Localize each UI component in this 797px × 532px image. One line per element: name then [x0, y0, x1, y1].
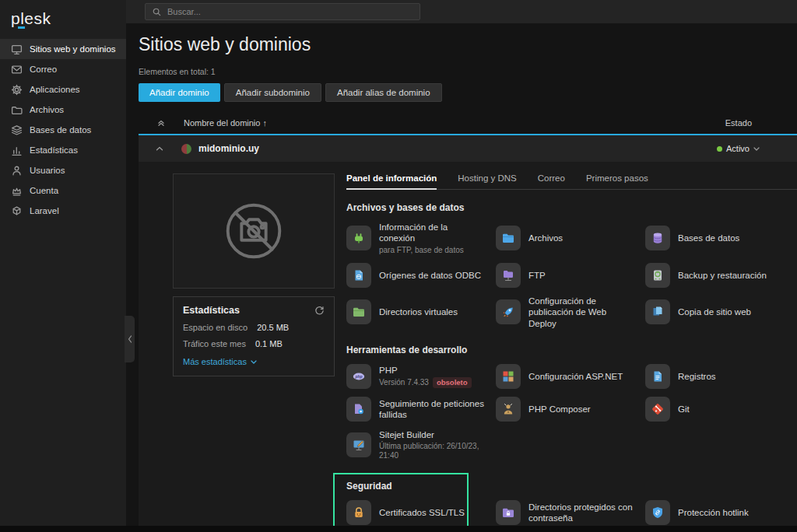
domain-status-dropdown[interactable]: Activo — [717, 144, 760, 153]
tool-php[interactable]: php PHP Versión 7.4.33 obsoleto — [346, 364, 496, 389]
sidebar-collapse-handle[interactable] — [125, 316, 135, 362]
tool-site-copy[interactable]: Copia de sitio web — [645, 296, 797, 329]
topbar — [126, 0, 797, 23]
section-security: Seguridad Certificados SSL/TLS Directori… — [346, 481, 797, 525]
document-tracking-icon — [346, 397, 371, 422]
tool-logs[interactable]: Registros — [645, 364, 797, 389]
sidebar-item-files[interactable]: Archivos — [0, 100, 126, 120]
section-dev-tools-title: Herramientas de desarrollo — [346, 345, 797, 355]
tool-ftp[interactable]: FTP — [496, 263, 645, 288]
domain-card-body: Estadísticas Espacio en disco 20.5 MB Tr… — [139, 162, 797, 532]
chevron-down-icon — [251, 360, 257, 364]
tab-correo[interactable]: Correo — [538, 173, 565, 183]
tool-git[interactable]: Git — [645, 397, 797, 422]
section-security-title: Seguridad — [346, 481, 797, 492]
files-databases-grid: Información de la conexión para FTP, bas… — [346, 222, 797, 329]
tool-odbc[interactable]: Orígenes de datos ODBC — [346, 263, 496, 288]
domain-name-column-header[interactable]: Nombre del dominio ↑ — [184, 118, 267, 128]
tool-hotlink-protection[interactable]: Protección hotlink — [645, 500, 797, 525]
tool-files[interactable]: Archivos — [496, 222, 645, 255]
domain-favicon — [181, 144, 191, 154]
tool-failed-requests[interactable]: Seguimiento de peticiones fallidas — [346, 397, 496, 422]
sidebar-item-label: Correo — [30, 65, 57, 74]
folder-lock-icon — [496, 500, 521, 525]
page-title: Sitios web y dominios — [139, 34, 797, 55]
statistics-card: Estadísticas Espacio en disco 20.5 MB Tr… — [173, 296, 335, 376]
tool-databases[interactable]: Bases de datos — [645, 222, 797, 255]
panel-tabs: Panel de información Hosting y DNS Corre… — [346, 173, 797, 190]
sidebar-item-users[interactable]: Usuarios — [0, 160, 126, 180]
search-box[interactable] — [145, 3, 420, 20]
sidebar-item-label: Laravel — [30, 206, 59, 215]
bottom-strip — [0, 526, 797, 532]
stats-row-disk: Espacio en disco 20.5 MB — [183, 323, 325, 332]
sidebar-item-applications[interactable]: Aplicaciones — [0, 79, 126, 100]
sidebar-nav: Sitios web y dominios Correo Aplicacione… — [0, 39, 126, 221]
plesk-logo-accent — [18, 26, 25, 29]
no-camera-icon — [217, 194, 290, 268]
add-subdomain-button[interactable]: Añadir subdominio — [224, 83, 321, 102]
tab-hosting-dns[interactable]: Hosting y DNS — [458, 173, 516, 183]
tool-virtual-directories[interactable]: Directorios virtuales — [346, 296, 496, 329]
sidebar-item-label: Usuarios — [30, 166, 65, 175]
refresh-icon[interactable] — [314, 306, 325, 316]
sidebar-item-databases[interactable]: Bases de datos — [0, 120, 126, 140]
tab-panel-informacion[interactable]: Panel de información — [346, 173, 437, 183]
site-screenshot-placeholder — [173, 173, 335, 289]
sidebar-item-mail[interactable]: Correo — [0, 59, 126, 79]
status-column-header: Estado — [725, 118, 752, 128]
tool-connection-info[interactable]: Información de la conexión para FTP, bas… — [346, 222, 496, 255]
caret-down-icon — [753, 147, 760, 151]
domain-preview-column: Estadísticas Espacio en disco 20.5 MB Tr… — [173, 173, 335, 532]
dev-tools-grid: php PHP Versión 7.4.33 obsoleto Configur… — [346, 364, 797, 460]
sidebar-item-statistics[interactable]: Estadísticas — [0, 140, 126, 160]
statistics-title: Estadísticas — [183, 305, 240, 316]
backup-drive-icon — [645, 263, 670, 288]
add-domain-button[interactable]: Añadir dominio — [139, 83, 220, 102]
tool-web-deploy[interactable]: Configuración de publicación de Web Depl… — [496, 296, 645, 329]
document-lines-icon — [645, 364, 670, 389]
more-statistics-link[interactable]: Más estadísticas — [183, 357, 325, 366]
action-buttons: Añadir dominio Añadir subdominio Añadir … — [139, 83, 797, 102]
sidebar-item-label: Cuenta — [30, 186, 58, 195]
plesk-logo[interactable]: plesk — [0, 0, 126, 36]
bar-chart-icon — [11, 145, 23, 156]
collapse-all-icon[interactable] — [157, 119, 165, 127]
add-domain-alias-button[interactable]: Añadir alias de dominio — [325, 83, 442, 102]
sidebar-item-label: Aplicaciones — [30, 85, 80, 94]
stats-row-traffic: Tráfico este mes 0.1 MB — [183, 339, 325, 348]
database-icon — [645, 226, 670, 250]
crown-icon — [11, 185, 23, 197]
folder-green-icon — [346, 299, 371, 324]
tool-protected-directories[interactable]: Directorios protegidos con contraseña — [496, 500, 645, 525]
gear-icon — [11, 84, 23, 96]
sidebar-item-laravel[interactable]: Laravel — [0, 201, 126, 221]
tool-aspnet[interactable]: Configuración ASP.NET — [496, 364, 645, 389]
laravel-icon — [11, 205, 23, 217]
sidebar: plesk Sitios web y dominios Correo Aplic… — [0, 0, 126, 526]
copy-pages-icon — [645, 299, 670, 324]
status-label: Activo — [726, 144, 750, 153]
sidebar-item-account[interactable]: Cuenta — [0, 180, 126, 201]
domain-row[interactable]: midominio.uy Activo — [139, 135, 797, 162]
sidebar-item-label: Archivos — [30, 105, 64, 114]
tool-php-composer[interactable]: PHP Composer — [496, 397, 645, 422]
main-content: Sitios web y dominios Elementos en total… — [126, 23, 797, 526]
chevron-left-icon — [128, 335, 132, 343]
search-input[interactable] — [167, 7, 413, 16]
tool-sitejet-builder[interactable]: Sitejet Builder Última publicación: 26/1… — [346, 429, 496, 460]
plesk-logo-text: plesk — [11, 9, 51, 27]
tab-primeros-pasos[interactable]: Primeros pasos — [586, 173, 648, 183]
monitor-icon — [11, 44, 23, 55]
sidebar-item-label: Sitios web y dominios — [30, 44, 116, 54]
chevron-up-icon[interactable] — [156, 146, 163, 151]
git-icon — [645, 397, 670, 422]
sidebar-item-label: Estadísticas — [30, 145, 78, 155]
folder-icon — [11, 104, 23, 116]
sidebar-item-websites-domains[interactable]: Sitios web y dominios — [0, 39, 126, 59]
tool-ssl-certificates[interactable]: Certificados SSL/TLS — [346, 500, 496, 525]
tool-backup-restore[interactable]: Backup y restauración — [645, 263, 797, 288]
domain-name-link[interactable]: midominio.uy — [198, 143, 259, 154]
plug-icon — [346, 226, 371, 250]
shield-link-icon — [645, 500, 670, 525]
